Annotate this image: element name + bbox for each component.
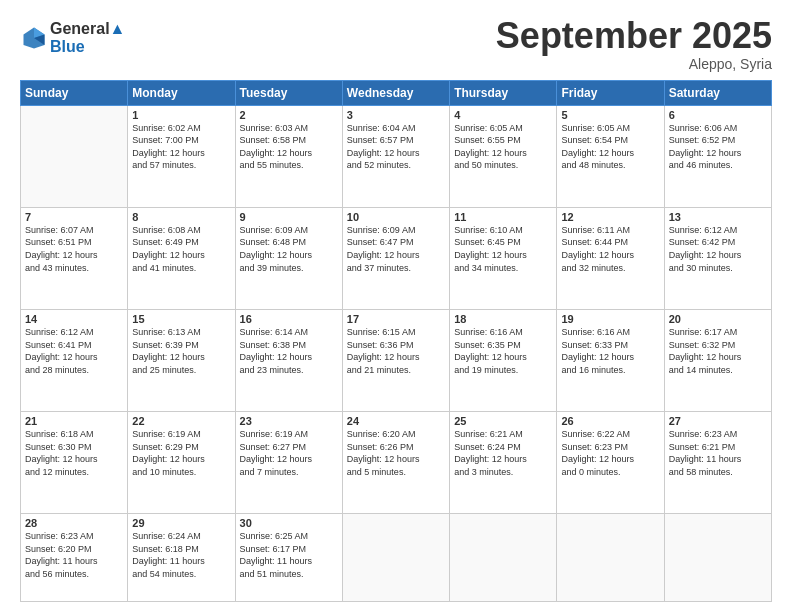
day-number: 2 (240, 109, 338, 121)
day-info: Sunrise: 6:13 AM Sunset: 6:39 PM Dayligh… (132, 326, 230, 376)
calendar-table: Sunday Monday Tuesday Wednesday Thursday… (20, 80, 772, 602)
table-row: 19Sunrise: 6:16 AM Sunset: 6:33 PM Dayli… (557, 309, 664, 411)
table-row: 29Sunrise: 6:24 AM Sunset: 6:18 PM Dayli… (128, 514, 235, 602)
day-number: 16 (240, 313, 338, 325)
day-info: Sunrise: 6:19 AM Sunset: 6:29 PM Dayligh… (132, 428, 230, 478)
day-info: Sunrise: 6:19 AM Sunset: 6:27 PM Dayligh… (240, 428, 338, 478)
table-row (21, 105, 128, 207)
day-number: 14 (25, 313, 123, 325)
day-info: Sunrise: 6:05 AM Sunset: 6:55 PM Dayligh… (454, 122, 552, 172)
table-row (450, 514, 557, 602)
table-row: 9Sunrise: 6:09 AM Sunset: 6:48 PM Daylig… (235, 207, 342, 309)
logo: General▲ Blue (20, 20, 125, 56)
day-number: 27 (669, 415, 767, 427)
col-thursday: Thursday (450, 80, 557, 105)
table-row: 6Sunrise: 6:06 AM Sunset: 6:52 PM Daylig… (664, 105, 771, 207)
table-row: 10Sunrise: 6:09 AM Sunset: 6:47 PM Dayli… (342, 207, 449, 309)
table-row: 14Sunrise: 6:12 AM Sunset: 6:41 PM Dayli… (21, 309, 128, 411)
table-row: 28Sunrise: 6:23 AM Sunset: 6:20 PM Dayli… (21, 514, 128, 602)
day-number: 23 (240, 415, 338, 427)
day-number: 24 (347, 415, 445, 427)
day-number: 5 (561, 109, 659, 121)
day-number: 21 (25, 415, 123, 427)
page: General▲ Blue September 2025 Aleppo, Syr… (0, 0, 792, 612)
day-number: 4 (454, 109, 552, 121)
logo-icon (20, 24, 48, 52)
table-row (557, 514, 664, 602)
day-number: 26 (561, 415, 659, 427)
table-row: 17Sunrise: 6:15 AM Sunset: 6:36 PM Dayli… (342, 309, 449, 411)
col-monday: Monday (128, 80, 235, 105)
day-number: 7 (25, 211, 123, 223)
day-info: Sunrise: 6:15 AM Sunset: 6:36 PM Dayligh… (347, 326, 445, 376)
day-number: 1 (132, 109, 230, 121)
day-number: 28 (25, 517, 123, 529)
table-row: 12Sunrise: 6:11 AM Sunset: 6:44 PM Dayli… (557, 207, 664, 309)
table-row: 1Sunrise: 6:02 AM Sunset: 7:00 PM Daylig… (128, 105, 235, 207)
header: General▲ Blue September 2025 Aleppo, Syr… (20, 16, 772, 72)
day-number: 11 (454, 211, 552, 223)
table-row: 16Sunrise: 6:14 AM Sunset: 6:38 PM Dayli… (235, 309, 342, 411)
table-row: 24Sunrise: 6:20 AM Sunset: 6:26 PM Dayli… (342, 412, 449, 514)
table-row: 20Sunrise: 6:17 AM Sunset: 6:32 PM Dayli… (664, 309, 771, 411)
day-info: Sunrise: 6:16 AM Sunset: 6:35 PM Dayligh… (454, 326, 552, 376)
table-row: 26Sunrise: 6:22 AM Sunset: 6:23 PM Dayli… (557, 412, 664, 514)
col-tuesday: Tuesday (235, 80, 342, 105)
table-row: 22Sunrise: 6:19 AM Sunset: 6:29 PM Dayli… (128, 412, 235, 514)
day-info: Sunrise: 6:09 AM Sunset: 6:47 PM Dayligh… (347, 224, 445, 274)
table-row: 30Sunrise: 6:25 AM Sunset: 6:17 PM Dayli… (235, 514, 342, 602)
day-info: Sunrise: 6:12 AM Sunset: 6:42 PM Dayligh… (669, 224, 767, 274)
day-number: 29 (132, 517, 230, 529)
day-info: Sunrise: 6:05 AM Sunset: 6:54 PM Dayligh… (561, 122, 659, 172)
day-number: 8 (132, 211, 230, 223)
table-row: 8Sunrise: 6:08 AM Sunset: 6:49 PM Daylig… (128, 207, 235, 309)
col-sunday: Sunday (21, 80, 128, 105)
day-info: Sunrise: 6:24 AM Sunset: 6:18 PM Dayligh… (132, 530, 230, 580)
day-number: 30 (240, 517, 338, 529)
table-row: 7Sunrise: 6:07 AM Sunset: 6:51 PM Daylig… (21, 207, 128, 309)
day-number: 17 (347, 313, 445, 325)
day-info: Sunrise: 6:03 AM Sunset: 6:58 PM Dayligh… (240, 122, 338, 172)
day-info: Sunrise: 6:23 AM Sunset: 6:20 PM Dayligh… (25, 530, 123, 580)
day-info: Sunrise: 6:22 AM Sunset: 6:23 PM Dayligh… (561, 428, 659, 478)
table-row: 25Sunrise: 6:21 AM Sunset: 6:24 PM Dayli… (450, 412, 557, 514)
table-row: 13Sunrise: 6:12 AM Sunset: 6:42 PM Dayli… (664, 207, 771, 309)
table-row: 2Sunrise: 6:03 AM Sunset: 6:58 PM Daylig… (235, 105, 342, 207)
location-subtitle: Aleppo, Syria (496, 56, 772, 72)
table-row: 27Sunrise: 6:23 AM Sunset: 6:21 PM Dayli… (664, 412, 771, 514)
table-row (664, 514, 771, 602)
month-title: September 2025 (496, 16, 772, 56)
day-info: Sunrise: 6:08 AM Sunset: 6:49 PM Dayligh… (132, 224, 230, 274)
day-info: Sunrise: 6:09 AM Sunset: 6:48 PM Dayligh… (240, 224, 338, 274)
day-number: 10 (347, 211, 445, 223)
day-number: 3 (347, 109, 445, 121)
table-row: 4Sunrise: 6:05 AM Sunset: 6:55 PM Daylig… (450, 105, 557, 207)
col-wednesday: Wednesday (342, 80, 449, 105)
title-area: September 2025 Aleppo, Syria (496, 16, 772, 72)
day-info: Sunrise: 6:04 AM Sunset: 6:57 PM Dayligh… (347, 122, 445, 172)
day-number: 12 (561, 211, 659, 223)
day-info: Sunrise: 6:10 AM Sunset: 6:45 PM Dayligh… (454, 224, 552, 274)
table-row: 15Sunrise: 6:13 AM Sunset: 6:39 PM Dayli… (128, 309, 235, 411)
day-number: 25 (454, 415, 552, 427)
table-row: 5Sunrise: 6:05 AM Sunset: 6:54 PM Daylig… (557, 105, 664, 207)
day-number: 9 (240, 211, 338, 223)
day-info: Sunrise: 6:07 AM Sunset: 6:51 PM Dayligh… (25, 224, 123, 274)
day-info: Sunrise: 6:02 AM Sunset: 7:00 PM Dayligh… (132, 122, 230, 172)
table-row: 11Sunrise: 6:10 AM Sunset: 6:45 PM Dayli… (450, 207, 557, 309)
day-number: 15 (132, 313, 230, 325)
table-row: 18Sunrise: 6:16 AM Sunset: 6:35 PM Dayli… (450, 309, 557, 411)
day-number: 20 (669, 313, 767, 325)
day-info: Sunrise: 6:20 AM Sunset: 6:26 PM Dayligh… (347, 428, 445, 478)
day-info: Sunrise: 6:12 AM Sunset: 6:41 PM Dayligh… (25, 326, 123, 376)
col-friday: Friday (557, 80, 664, 105)
day-info: Sunrise: 6:18 AM Sunset: 6:30 PM Dayligh… (25, 428, 123, 478)
calendar-header-row: Sunday Monday Tuesday Wednesday Thursday… (21, 80, 772, 105)
day-info: Sunrise: 6:17 AM Sunset: 6:32 PM Dayligh… (669, 326, 767, 376)
day-info: Sunrise: 6:11 AM Sunset: 6:44 PM Dayligh… (561, 224, 659, 274)
table-row: 23Sunrise: 6:19 AM Sunset: 6:27 PM Dayli… (235, 412, 342, 514)
day-info: Sunrise: 6:16 AM Sunset: 6:33 PM Dayligh… (561, 326, 659, 376)
logo-text: General▲ Blue (50, 20, 125, 56)
table-row (342, 514, 449, 602)
col-saturday: Saturday (664, 80, 771, 105)
